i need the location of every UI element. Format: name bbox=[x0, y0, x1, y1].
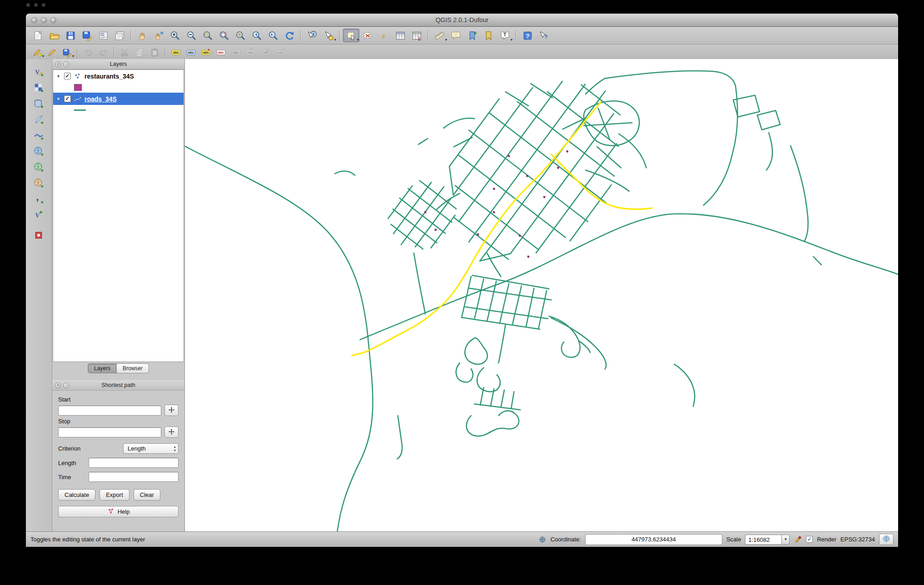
zoom-to-layer-button[interactable] bbox=[232, 29, 248, 42]
add-spatialite-layer-button[interactable] bbox=[31, 112, 47, 127]
show-bookmarks-button[interactable] bbox=[480, 29, 497, 42]
criterion-select[interactable]: Length ▲▼ bbox=[123, 443, 179, 454]
float-panel-icon[interactable]: ◦ bbox=[63, 61, 69, 67]
coordinate-field[interactable]: 447973,6234434 bbox=[585, 534, 722, 545]
add-mssql-layer-button[interactable] bbox=[31, 128, 47, 143]
start-input[interactable] bbox=[58, 406, 161, 416]
add-delimited-text-layer-icon: , bbox=[33, 193, 45, 205]
roads-swatch[interactable] bbox=[74, 109, 86, 111]
toggle-editing-button[interactable] bbox=[45, 46, 60, 59]
pointer-position-icon[interactable] bbox=[538, 535, 546, 544]
zoom-window-icon[interactable] bbox=[50, 17, 56, 23]
dropdown-arrow-icon[interactable]: ▾ bbox=[334, 38, 336, 42]
add-oracle-layer-button[interactable] bbox=[31, 228, 47, 243]
help-button[interactable]: Help bbox=[58, 506, 179, 517]
toolbar-separator bbox=[114, 47, 114, 58]
map-tips-button[interactable] bbox=[447, 29, 464, 42]
refresh-map-button[interactable] bbox=[281, 29, 298, 42]
add-raster-layer-button[interactable] bbox=[31, 80, 47, 95]
pan-map-button[interactable] bbox=[134, 29, 150, 42]
open-project-button[interactable] bbox=[46, 29, 62, 42]
pick-start-point-button[interactable] bbox=[164, 405, 179, 416]
save-layer-edits-button[interactable]: ▾ bbox=[60, 46, 75, 59]
help-contents-button[interactable]: ? bbox=[519, 29, 536, 42]
tab-browser[interactable]: Browser bbox=[117, 363, 149, 373]
add-wfs-layer-button[interactable] bbox=[31, 176, 47, 190]
zoom-next-button[interactable] bbox=[265, 29, 281, 42]
select-by-expression-button[interactable]: ε bbox=[376, 29, 392, 42]
expand-arrow-icon[interactable]: ▼ bbox=[56, 74, 61, 79]
layer-visibility-checkbox[interactable]: ✓ bbox=[64, 73, 71, 79]
dropdown-arrow-icon[interactable]: ▾ bbox=[511, 38, 512, 42]
close-window-icon[interactable] bbox=[31, 17, 37, 23]
whats-this-button[interactable]: ? bbox=[536, 29, 552, 42]
field-calculator-button[interactable]: Σ bbox=[408, 29, 425, 42]
run-feature-action-button[interactable]: ▾ bbox=[320, 29, 337, 42]
new-print-composer-button[interactable] bbox=[95, 29, 111, 42]
add-postgis-layer-button[interactable] bbox=[31, 96, 47, 111]
close-panel-icon[interactable]: × bbox=[55, 61, 61, 67]
layer-item-roads[interactable]: ▼ ✓ roads_34S bbox=[53, 93, 184, 105]
export-button[interactable]: Export bbox=[99, 489, 129, 501]
dropdown-arrow-icon[interactable]: ▾ bbox=[357, 38, 359, 42]
scale-dropdown-icon[interactable]: ▼ bbox=[781, 535, 790, 545]
render-checkbox[interactable]: ✓ bbox=[806, 536, 813, 543]
restaurants-swatch[interactable] bbox=[74, 84, 82, 91]
open-attribute-table-button[interactable] bbox=[392, 29, 408, 42]
new-shapefile-layer-button[interactable]: V bbox=[31, 208, 47, 222]
new-bookmark-button[interactable] bbox=[464, 29, 480, 42]
highlight-labels-button[interactable]: abc bbox=[214, 46, 229, 59]
current-edits-button[interactable]: ▾ bbox=[30, 46, 45, 59]
dropdown-arrow-icon[interactable]: ▾ bbox=[42, 55, 44, 58]
dropdown-arrow-icon[interactable]: ▾ bbox=[445, 38, 447, 42]
float-panel-icon[interactable]: ◦ bbox=[63, 382, 69, 388]
time-output[interactable] bbox=[89, 472, 179, 482]
clear-button[interactable]: Clear bbox=[134, 489, 160, 501]
expand-arrow-icon[interactable]: ▼ bbox=[56, 97, 61, 101]
minimize-window-icon[interactable] bbox=[41, 17, 47, 23]
scale-combo[interactable]: 1:16082 ▼ bbox=[745, 535, 790, 545]
identify-features-button[interactable]: i bbox=[304, 29, 320, 42]
save-project-button[interactable] bbox=[62, 29, 79, 42]
text-annotation-button[interactable]: T▾ bbox=[497, 29, 513, 42]
layer-labeling-options-button[interactable]: abc bbox=[169, 46, 184, 59]
dropdown-arrow-icon[interactable]: ▾ bbox=[72, 55, 74, 58]
window-controls[interactable] bbox=[31, 17, 56, 23]
field-calculator-icon: Σ bbox=[411, 30, 422, 41]
map-view[interactable] bbox=[185, 59, 898, 531]
add-vector-layer-button[interactable]: V bbox=[31, 64, 47, 79]
select-features-button[interactable]: ▾ bbox=[343, 29, 359, 42]
add-wcs-layer-button[interactable] bbox=[31, 160, 47, 174]
tab-layers[interactable]: Layers bbox=[88, 363, 117, 373]
add-wms-layer-button[interactable] bbox=[31, 144, 47, 159]
composer-manager-button[interactable] bbox=[111, 29, 128, 42]
deselect-all-button[interactable] bbox=[359, 29, 376, 42]
pick-stop-point-button[interactable] bbox=[164, 426, 179, 438]
crs-status-button[interactable] bbox=[879, 534, 894, 545]
length-output[interactable] bbox=[89, 458, 179, 468]
zoom-out-button[interactable] bbox=[183, 29, 199, 42]
stop-input[interactable] bbox=[58, 427, 161, 437]
status-bar: Toggles the editing state of the current… bbox=[26, 531, 898, 547]
layer-item-restaurants[interactable]: ▼ ✓ restaurants_34S bbox=[53, 70, 184, 82]
layer-visibility-checkbox[interactable]: ✓ bbox=[64, 95, 71, 102]
stop-rendering-icon[interactable] bbox=[794, 535, 802, 544]
calculate-button[interactable]: Calculate bbox=[58, 489, 95, 501]
title-bar[interactable]: QGIS 2.0.1-Dufour bbox=[26, 14, 898, 27]
map-canvas[interactable] bbox=[185, 59, 898, 531]
pin-labels-button[interactable]: abc bbox=[199, 46, 214, 59]
zoom-in-button[interactable] bbox=[167, 29, 183, 42]
save-project-as-button[interactable] bbox=[79, 29, 95, 42]
layer-tree[interactable]: ▼ ✓ restaurants_34S ▼ ✓ bbox=[53, 69, 184, 362]
close-panel-icon[interactable]: × bbox=[55, 382, 61, 388]
pan-to-selection-button[interactable] bbox=[150, 29, 167, 42]
zoom-last-button[interactable] bbox=[248, 29, 265, 42]
add-delimited-text-layer-button[interactable]: , bbox=[31, 192, 47, 206]
zoom-to-selection-button[interactable] bbox=[216, 29, 232, 42]
label-configuration-button[interactable]: abc bbox=[184, 46, 199, 59]
measure-line-button[interactable]: ▾ bbox=[431, 29, 447, 42]
zoom-full-button[interactable] bbox=[199, 29, 216, 42]
shortest-path-title: Shortest path bbox=[52, 382, 184, 388]
new-project-button[interactable] bbox=[30, 29, 46, 42]
redo-button bbox=[96, 46, 111, 59]
